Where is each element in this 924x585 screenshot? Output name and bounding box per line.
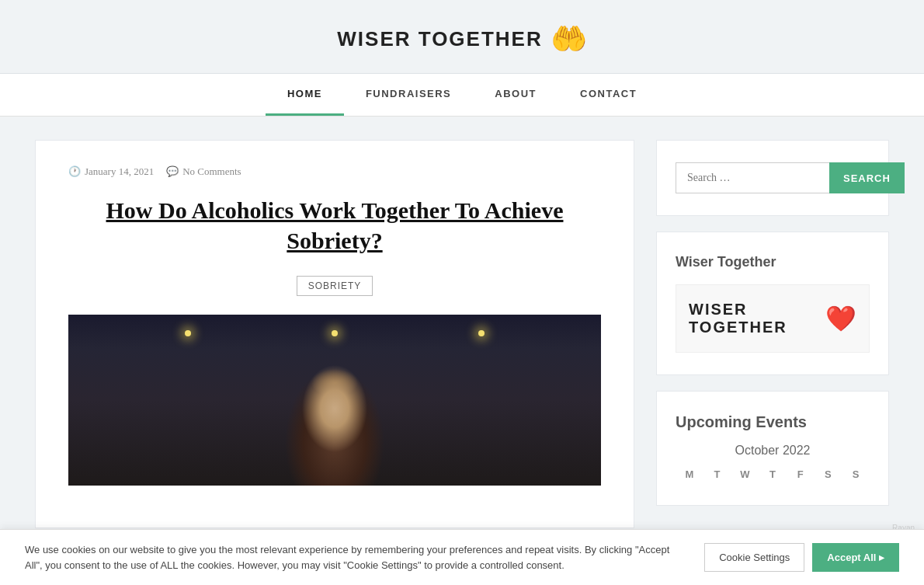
calendar-days-header: M T W T F S S: [676, 465, 870, 483]
light-2: [332, 330, 338, 336]
site-title: WISER TOGETHER: [337, 27, 542, 51]
cal-day-s2: S: [842, 465, 870, 483]
brand-widget: Wiser Together WISER TOGETHER ❤️: [656, 232, 889, 375]
post-featured-image: [68, 315, 601, 486]
events-widget: Upcoming Events October 2022 M T W T F S…: [656, 391, 889, 506]
calendar-month: October 2022: [676, 444, 870, 458]
nav-item-contact[interactable]: CONTACT: [558, 74, 658, 116]
search-button[interactable]: SEARCH: [829, 162, 905, 193]
site-header: WISER TOGETHER 🤲: [0, 0, 924, 74]
cal-day-t1: T: [703, 465, 731, 483]
events-widget-title: Upcoming Events: [676, 413, 870, 431]
image-lights: [68, 330, 601, 336]
brand-logo-area: WISER TOGETHER ❤️: [676, 284, 870, 353]
light-1: [185, 330, 191, 336]
post-date-link[interactable]: January 14, 2021: [85, 165, 154, 178]
cal-day-w: W: [731, 465, 759, 483]
cookie-settings-button[interactable]: Cookie Settings: [704, 543, 804, 552]
cal-day-m: M: [676, 465, 703, 483]
nav-item-fundraisers[interactable]: FUNDRAISERS: [344, 74, 473, 116]
search-form: SEARCH: [676, 162, 870, 193]
brand-widget-title: Wiser Together: [676, 254, 870, 270]
cookie-banner: We use cookies on our website to give yo…: [0, 529, 924, 552]
nav-item-about[interactable]: ABOUT: [473, 74, 558, 116]
clock-icon: 🕐: [68, 165, 81, 178]
category-sobriety[interactable]: SOBRIETY: [297, 276, 373, 296]
logo-hands-icon: 🤲: [551, 22, 587, 56]
post-comments-item: 💬 No Comments: [166, 165, 241, 178]
cookie-text: We use cookies on our website to give yo…: [25, 542, 683, 552]
cal-day-s1: S: [815, 465, 842, 483]
light-3: [478, 330, 485, 336]
brand-logo-text: WISER TOGETHER: [689, 301, 818, 336]
cal-day-t2: T: [759, 465, 787, 483]
brand-logo-icon: ❤️: [825, 304, 856, 333]
nav-link-contact[interactable]: CONTACT: [558, 74, 658, 113]
content-area: 🕐 January 14, 2021 💬 No Comments How Do …: [35, 140, 634, 528]
sidebar: SEARCH Wiser Together WISER TOGETHER ❤️ …: [656, 140, 889, 521]
cal-day-f: F: [787, 465, 815, 483]
post-meta: 🕐 January 14, 2021 💬 No Comments: [68, 165, 601, 178]
post-image-bg: [68, 315, 601, 486]
cookie-buttons: Cookie Settings Accept All ▸: [704, 543, 899, 552]
post-categories: SOBRIETY: [68, 276, 601, 296]
post-title-link[interactable]: How Do Alcoholics Work Together To Achie…: [106, 197, 564, 253]
comment-icon: 💬: [166, 165, 179, 178]
main-nav: HOME FUNDRAISERS ABOUT CONTACT: [0, 74, 924, 117]
post-date-item: 🕐 January 14, 2021: [68, 165, 154, 178]
search-input[interactable]: [676, 162, 829, 193]
nav-link-fundraisers[interactable]: FUNDRAISERS: [344, 74, 473, 113]
cookie-accept-button[interactable]: Accept All ▸: [812, 543, 899, 552]
main-layout: 🕐 January 14, 2021 💬 No Comments How Do …: [19, 140, 905, 528]
nav-link-home[interactable]: HOME: [266, 74, 344, 116]
nav-item-home[interactable]: HOME: [266, 74, 344, 116]
post-comments-link[interactable]: No Comments: [182, 165, 241, 178]
search-widget: SEARCH: [656, 140, 889, 216]
post-title: How Do Alcoholics Work Together To Achie…: [68, 195, 601, 256]
nav-link-about[interactable]: ABOUT: [473, 74, 558, 113]
site-logo[interactable]: WISER TOGETHER 🤲: [337, 22, 586, 56]
